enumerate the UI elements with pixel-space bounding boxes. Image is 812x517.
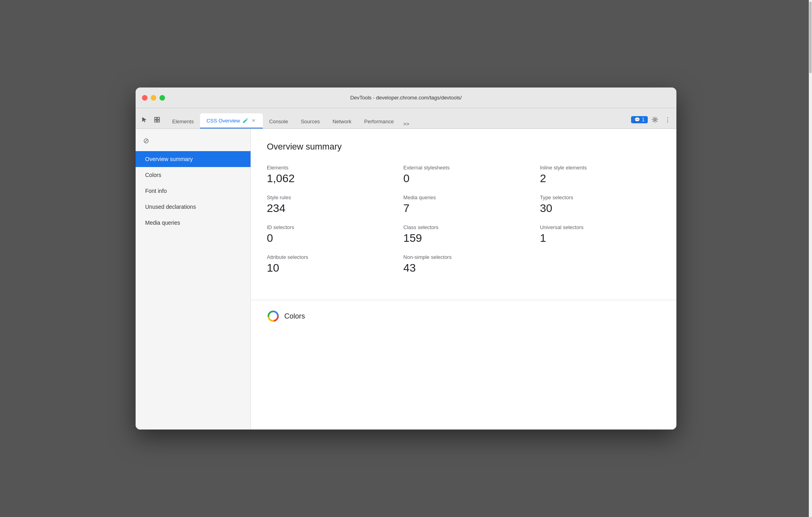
svg-rect-0	[155, 117, 157, 119]
colors-ring-icon	[267, 310, 280, 323]
toolbar-right: 💬 1 ⋮	[628, 114, 673, 128]
experiment-icon: 🧪	[243, 118, 249, 123]
settings-button[interactable]	[649, 114, 660, 125]
cursor-icon[interactable]	[139, 114, 150, 125]
stat-label: Style rules	[267, 194, 387, 200]
traffic-lights	[142, 95, 165, 101]
page-title: Overview summary	[267, 142, 660, 152]
svg-point-4	[654, 119, 656, 121]
tab-bar: Elements CSS Overview 🧪 ✕ Console Source…	[136, 108, 676, 129]
svg-rect-1	[157, 117, 159, 119]
stat-label: External stylesheets	[403, 165, 524, 171]
title-bar: DevTools - developer.chrome.com/tags/dev…	[136, 87, 676, 108]
block-icon[interactable]: ⊘	[140, 135, 152, 146]
sidebar: ⊘ Overview summary Colors Font info Unus…	[136, 129, 251, 430]
tabs-container: Elements CSS Overview 🧪 ✕ Console Source…	[166, 113, 628, 128]
toolbar-left	[139, 114, 166, 128]
stat-label: ID selectors	[267, 224, 387, 230]
stat-value: 159	[403, 232, 524, 245]
stat-label: Inline style elements	[540, 165, 660, 171]
tab-sources[interactable]: Sources	[294, 114, 326, 128]
stat-non-simple-selectors: Non-simple selectors 43	[403, 254, 524, 274]
notification-button[interactable]: 💬 1	[631, 116, 648, 123]
sidebar-item-colors[interactable]: Colors	[136, 167, 251, 183]
stat-value: 2	[540, 172, 660, 185]
stat-type-selectors: Type selectors 30	[540, 194, 660, 215]
stat-value: 1	[540, 232, 660, 245]
stat-value: 7	[403, 202, 524, 215]
sidebar-item-overview-summary[interactable]: Overview summary	[136, 151, 251, 167]
stat-label: Type selectors	[540, 194, 660, 200]
tab-css-overview[interactable]: CSS Overview 🧪 ✕	[200, 113, 263, 128]
main-content-area: ⊘ Overview summary Colors Font info Unus…	[136, 129, 676, 430]
stat-value: 43	[403, 262, 524, 274]
stat-label: Media queries	[403, 194, 524, 200]
stat-class-selectors: Class selectors 159	[403, 224, 524, 245]
tab-elements[interactable]: Elements	[166, 114, 200, 128]
colors-header: Colors	[267, 310, 660, 323]
window-title: DevTools - developer.chrome.com/tags/dev…	[350, 95, 462, 101]
tab-performance[interactable]: Performance	[358, 114, 400, 128]
svg-rect-3	[157, 120, 159, 122]
stats-grid: Elements 1,062 External stylesheets 0 In…	[267, 165, 660, 274]
stat-elements: Elements 1,062	[267, 165, 387, 185]
tab-close-button[interactable]: ✕	[251, 118, 256, 123]
stat-value: 0	[267, 232, 387, 245]
tab-network[interactable]: Network	[326, 114, 358, 128]
stat-label: Non-simple selectors	[403, 254, 524, 260]
maximize-button[interactable]	[159, 95, 165, 101]
stat-value: 234	[267, 202, 387, 215]
tab-console[interactable]: Console	[263, 114, 295, 128]
stat-label: Attribute selectors	[267, 254, 387, 260]
colors-title: Colors	[284, 312, 305, 321]
inspect-icon[interactable]	[152, 114, 163, 125]
sidebar-item-media-queries[interactable]: Media queries	[136, 215, 251, 231]
stat-universal-selectors: Universal selectors 1	[540, 224, 660, 245]
stat-value: 30	[540, 202, 660, 215]
stat-label: Universal selectors	[540, 224, 660, 230]
notification-count: 1	[642, 117, 645, 122]
more-options-button[interactable]: ⋮	[662, 114, 673, 125]
stat-external-stylesheets: External stylesheets 0	[403, 165, 524, 185]
sidebar-nav: Overview summary Colors Font info Unused…	[136, 151, 251, 231]
more-tabs-button[interactable]: >>	[400, 119, 412, 128]
main-panel: Overview summary Elements 1,062 External…	[251, 129, 676, 430]
stat-id-selectors: ID selectors 0	[267, 224, 387, 245]
colors-section: Colors	[251, 300, 676, 332]
stat-inline-style-elements: Inline style elements 2	[540, 165, 660, 185]
stat-value: 10	[267, 262, 387, 274]
stat-value: 0	[403, 172, 524, 185]
devtools-window: DevTools - developer.chrome.com/tags/dev…	[136, 87, 676, 430]
stat-label: Class selectors	[403, 224, 524, 230]
stat-value: 1,062	[267, 172, 387, 185]
notification-icon: 💬	[634, 117, 640, 122]
svg-rect-2	[155, 120, 157, 122]
minimize-button[interactable]	[151, 95, 156, 101]
stat-style-rules: Style rules 234	[267, 194, 387, 215]
stat-label: Elements	[267, 165, 387, 171]
stat-media-queries: Media queries 7	[403, 194, 524, 215]
close-button[interactable]	[142, 95, 148, 101]
sidebar-top: ⊘	[136, 132, 251, 150]
overview-summary-section: Overview summary Elements 1,062 External…	[251, 129, 676, 300]
stat-attribute-selectors: Attribute selectors 10	[267, 254, 387, 274]
sidebar-item-font-info[interactable]: Font info	[136, 183, 251, 199]
sidebar-item-unused-declarations[interactable]: Unused declarations	[136, 199, 251, 215]
